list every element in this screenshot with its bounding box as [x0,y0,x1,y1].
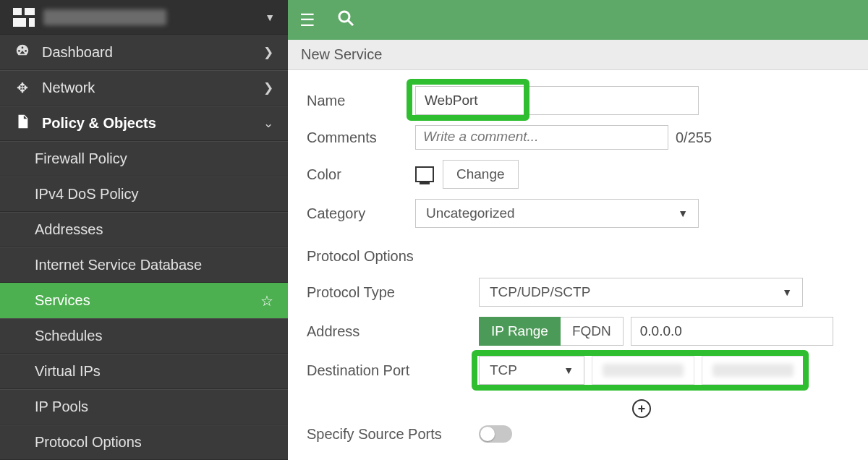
name-input[interactable] [415,86,699,115]
nav-dashboard[interactable]: Dashboard ❯ [0,35,288,70]
sidebar-nav: Dashboard ❯ ✥ Network ❯ Policy & Objects… [0,35,288,460]
sidebar-item-label: Virtual IPs [35,363,101,380]
sidebar-item-label: Firewall Policy [35,150,127,167]
specify-source-label: Specify Source Ports [307,426,479,443]
protocol-type-value: TCP/UDP/SCTP [490,284,590,300]
sidebar: ▼ Dashboard ❯ ✥ Network ❯ Policy & Objec… [0,0,288,460]
hostname-blurred [43,9,166,25]
port-low-input[interactable] [592,356,694,385]
toggle-fqdn[interactable]: FQDN [561,317,624,346]
add-port-button[interactable]: + [632,399,651,418]
sidebar-item-services[interactable]: Services ☆ [0,283,288,318]
sidebar-item-label: Protocol Options [35,434,142,451]
chevron-down-icon: ⌄ [263,116,273,131]
comments-input[interactable] [415,125,668,150]
firewall-logo-icon [13,8,35,27]
sidebar-item-firewall-policy[interactable]: Firewall Policy [0,141,288,176]
svg-point-0 [339,12,349,22]
sidebar-item-label: Internet Service Database [35,257,202,273]
sidebar-header[interactable]: ▼ [0,0,288,35]
form: Name Comments 0/255 Color Change Categor… [288,70,868,460]
topbar: ☰ [288,0,868,40]
move-icon: ✥ [13,80,32,96]
toggle-ip-range[interactable]: IP Range [479,317,561,346]
nav-label: Network [42,80,253,96]
chevron-down-icon: ▼ [782,286,792,298]
sidebar-item-schedules[interactable]: Schedules [0,318,288,354]
sidebar-item-label: IPv4 DoS Policy [35,186,138,203]
gauge-icon [13,43,32,62]
nav-policy-objects[interactable]: Policy & Objects ⌄ [0,106,288,141]
sidebar-item-label: Services [35,292,90,309]
address-toggle: IP Range FQDN [479,317,624,346]
menu-icon[interactable]: ☰ [299,10,315,30]
svg-line-1 [348,20,353,25]
sidebar-item-ipv4-dos[interactable]: IPv4 DoS Policy [0,176,288,212]
sidebar-item-addresses[interactable]: Addresses [0,212,288,247]
chevron-right-icon: ❯ [263,45,273,60]
sidebar-item-isdb[interactable]: Internet Service Database [0,247,288,283]
star-icon[interactable]: ☆ [260,292,273,310]
page-title-text: New Service [301,46,382,63]
main: ☰ New Service Name Comments 0/255 Color … [288,0,868,460]
destination-proto-select[interactable]: TCP ▼ [479,356,584,385]
change-color-button[interactable]: Change [443,160,519,189]
destination-port-label: Destination Port [307,362,479,379]
sidebar-item-protocol-options[interactable]: Protocol Options [0,425,288,460]
nav-network[interactable]: ✥ Network ❯ [0,70,288,106]
chevron-right-icon: ❯ [263,80,273,95]
chevron-down-icon: ▼ [678,208,688,219]
specify-source-toggle[interactable] [479,425,512,443]
comments-label: Comments [307,129,415,146]
nav-label: Policy & Objects [42,115,253,132]
document-icon [13,114,32,133]
chevron-down-icon[interactable]: ▼ [265,12,275,23]
sidebar-item-virtual-ips[interactable]: Virtual IPs [0,354,288,389]
sidebar-item-ip-pools[interactable]: IP Pools [0,389,288,425]
sidebar-item-label: Addresses [35,221,103,238]
category-select[interactable]: Uncategorized ▼ [415,199,699,228]
color-label: Color [307,166,415,183]
sidebar-item-label: IP Pools [35,399,88,415]
category-label: Category [307,205,415,222]
destination-proto-value: TCP [490,362,517,378]
protocol-section-title: Protocol Options [307,248,852,265]
protocol-type-select[interactable]: TCP/UDP/SCTP ▼ [479,278,803,307]
comments-counter: 0/255 [676,129,712,146]
address-label: Address [307,323,479,340]
sidebar-item-label: Schedules [35,328,102,344]
nav-label: Dashboard [42,44,253,61]
chevron-down-icon: ▼ [563,365,574,376]
protocol-type-label: Protocol Type [307,284,479,301]
category-value: Uncategorized [426,205,515,221]
page-title: New Service [288,40,868,70]
name-label: Name [307,93,415,109]
color-swatch-icon [415,166,434,182]
search-icon[interactable] [337,9,354,31]
ip-input[interactable] [631,317,833,346]
port-high-input[interactable] [702,356,804,385]
